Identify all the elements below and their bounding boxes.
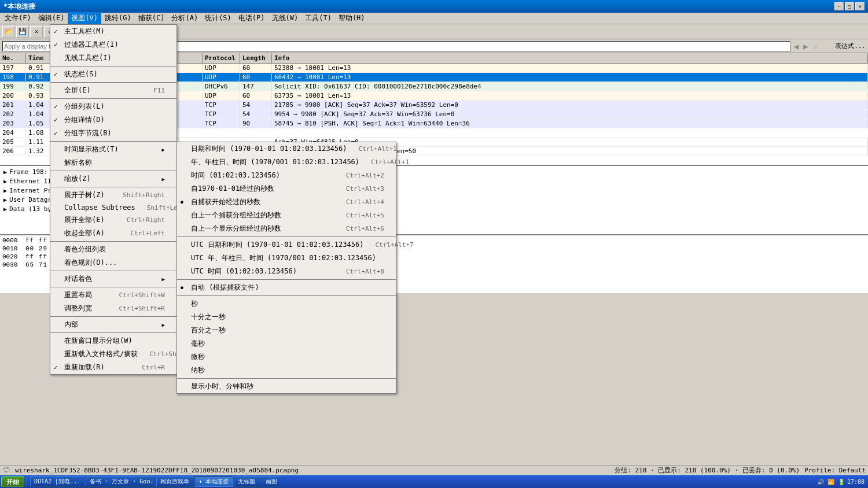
menu-sep (50, 316, 176, 317)
status-wireshark-icon: 🦈 (2, 467, 10, 474)
col-no[interactable]: No. (0, 53, 26, 63)
menu-sep (50, 271, 176, 271)
toolbar-save[interactable]: 💾 (16, 26, 29, 38)
time-format-submenu: 日期和时间 (1970-01-01 01:02:03.123456)Ctrl+A… (176, 142, 396, 394)
filter-bookmark[interactable]: ☆ (813, 42, 818, 51)
filter-arrow-right[interactable]: ▶ (803, 42, 808, 51)
time-utc-year-day[interactable]: UTC 年、年柱日、时间 (1970/001 01:02:03.123456) (177, 252, 396, 265)
menu-sep (50, 66, 176, 66)
time-since-prev-capture[interactable]: 自上一个捕获分组经过的秒数Ctrl+Alt+5 (177, 209, 396, 222)
detail-text-udp: User Datagr (9, 196, 52, 204)
col-length[interactable]: Length (240, 53, 272, 63)
view-show-in-new-window[interactable]: 在新窗口显示分组(W) (50, 334, 176, 347)
view-packet-list[interactable]: 分组列表(L) (50, 100, 176, 113)
taskbar-time: 17:08 (847, 479, 865, 485)
maximize-button[interactable]: □ (845, 2, 854, 10)
title-bar: *本地连接 ─ □ ✕ (0, 0, 868, 13)
toolbar-close[interactable]: ✕ (30, 26, 43, 38)
view-zoom[interactable]: 缩放(Z)▶ (50, 172, 176, 186)
minimize-button[interactable]: ─ (834, 2, 844, 10)
menu-sep (50, 187, 176, 187)
start-button[interactable]: 开始 (1, 476, 24, 487)
menu-phone[interactable]: 电话(P) (235, 12, 269, 24)
view-fullscreen[interactable]: 全屏(E)F11 (50, 84, 176, 97)
view-main-toolbar[interactable]: 主工具栏(M) (50, 25, 176, 38)
menu-tools[interactable]: 工具(T) (301, 12, 335, 24)
view-filter-toolbar[interactable]: 过滤器工具栏(I) (50, 38, 176, 51)
detail-text-ethernet: Ethernet II (9, 178, 52, 185)
toolbar-open[interactable]: 📂 (2, 26, 15, 38)
view-expand-subtree[interactable]: 展开子树(Z)Shift+Right (50, 188, 176, 202)
view-status-bar[interactable]: 状态栏(S) (50, 68, 176, 81)
menu-sep (50, 82, 176, 83)
time-show-hms[interactable]: 显示小时、分钟和秒 (177, 380, 396, 393)
taskbar-item-wireshark[interactable]: ✦ 本地连接 (194, 476, 233, 487)
time-since-prev-display[interactable]: 自上一个显示分组经过的秒数Ctrl+Alt+6 (177, 222, 396, 235)
detail-text-data: Data (13 by (9, 205, 52, 213)
time-time-only[interactable]: 时间 (01:02:03.123456)Ctrl+Alt+2 (177, 169, 396, 182)
menu-analyze[interactable]: 分析(A) (168, 12, 201, 24)
view-resolve-names[interactable]: 解析名称 (50, 156, 176, 169)
view-expand-all[interactable]: 展开全部(E)Ctrl+Right (50, 213, 176, 227)
menu-stats[interactable]: 统计(S) (201, 12, 235, 24)
menu-goto[interactable]: 跳转(G) (101, 12, 135, 24)
menu-view[interactable]: 视图(V) (68, 12, 101, 24)
view-reload-file-format[interactable]: 重新载入文件格式/摘获Ctrl+Shift+F (50, 347, 176, 361)
menu-wireless[interactable]: 无线(W) (269, 12, 302, 24)
view-collapse-all[interactable]: 收起全部(A)Ctrl+Left (50, 227, 176, 240)
time-seconds[interactable]: 秒 (177, 297, 396, 310)
time-centiseconds[interactable]: 百分之一秒 (177, 324, 396, 337)
expand-arrow-udp: ▶ (3, 197, 7, 203)
time-since-capture[interactable]: 自捕获开始经过的秒数Ctrl+Alt+4 (177, 195, 396, 209)
menu-bar: 文件(F) 编辑(E) 视图(V) 跳转(G) 捕获(C) 分析(A) 统计(S… (0, 13, 868, 24)
status-stats: 分组: 218 · 已显示: 218 (100.0%) · 已丢弃: 0 (0.… (615, 466, 800, 475)
view-resize-columns[interactable]: 调整列宽Ctrl+Shift+R (50, 302, 176, 315)
status-file: wireshark_1CDF352-8BD3-43F1-9EAB-1219022… (15, 467, 610, 474)
view-internals[interactable]: 内部▶ (50, 318, 176, 331)
time-year-day[interactable]: 年、年柱日、时间 (1970/001 01:02:03.123456)Ctrl+… (177, 156, 396, 169)
close-button[interactable]: ✕ (855, 2, 865, 10)
window-controls: ─ □ ✕ (834, 2, 865, 10)
view-packet-bytes[interactable]: 分组字节流(B) (50, 127, 176, 140)
time-utc-date-time[interactable]: UTC 日期和时间 (1970-01-01 01:02:03.123456)Ct… (177, 238, 396, 252)
status-bar: 🦈 wireshark_1CDF352-8BD3-43F1-9EAB-12190… (0, 465, 868, 475)
window-title: *本地连接 (3, 2, 35, 12)
expand-arrow-data: ▶ (3, 206, 7, 212)
time-date-time[interactable]: 日期和时间 (1970-01-01 01:02:03.123456)Ctrl+A… (177, 142, 396, 156)
view-packet-detail[interactable]: 分组详情(D) (50, 113, 176, 127)
menu-sep (50, 241, 176, 242)
menu-sep (50, 171, 176, 171)
menu-sep (50, 287, 176, 287)
view-color-rules[interactable]: 着色规则(O)... (50, 256, 176, 269)
view-time-format[interactable]: 时间显示格式(T)▶ 日期和时间 (1970-01-01 01:02:03.12… (50, 143, 176, 156)
time-milliseconds[interactable]: 毫秒 (177, 337, 396, 350)
status-profile: Profile: Default (804, 467, 866, 474)
time-deciseconds[interactable]: 十分之一秒 (177, 310, 396, 324)
menu-sep (177, 295, 396, 296)
menu-file[interactable]: 文件(F) (1, 12, 35, 24)
taskbar-item-word[interactable]: 备书 · 万文章 · Goo... (86, 476, 155, 487)
view-reload[interactable]: 重新加载(R)Ctrl+R (50, 361, 176, 374)
expand-arrow-ip: ▶ (3, 187, 7, 194)
menu-capture[interactable]: 捕获(C) (135, 12, 168, 24)
time-auto[interactable]: 自动 (根据捕获文件) (177, 281, 396, 294)
view-color-packet-list[interactable]: 着色分组列表 (50, 243, 176, 256)
time-microseconds[interactable]: 微秒 (177, 350, 396, 364)
display-format-label: 表达式... (835, 42, 866, 50)
view-wireless-toolbar[interactable]: 无线工具栏(I) (50, 51, 176, 65)
menu-edit[interactable]: 编辑(E) (35, 12, 68, 24)
view-menu-dropdown: 主工具栏(M) 过滤器工具栏(I) 无线工具栏(I) 状态栏(S) 全屏(E)F… (50, 24, 177, 375)
col-protocol[interactable]: Protocol (203, 53, 240, 63)
time-epoch-sec[interactable]: 自1970-01-01经过的秒数Ctrl+Alt+3 (177, 182, 396, 195)
time-nanoseconds[interactable]: 纳秒 (177, 364, 396, 377)
view-collapse-subtrees[interactable]: Collapse SubtreesShift+Left (50, 202, 176, 213)
col-info[interactable]: Info (272, 53, 868, 63)
time-utc-time[interactable]: UTC 时间 (01:02:03.123456)Ctrl+Alt+8 (177, 265, 396, 278)
filter-arrow-left[interactable]: ◀ (794, 42, 799, 51)
taskbar-item-dota2[interactable]: DOTA2 [我电... (30, 476, 84, 487)
view-reset-layout[interactable]: 重置布局Ctrl+Shift+W (50, 289, 176, 302)
view-conversation-color[interactable]: 对话着色▶ (50, 272, 176, 286)
taskbar-item-browser[interactable]: 网页游戏单 (156, 476, 193, 487)
taskbar-item-paint[interactable]: 无标题 - 画图 (234, 476, 281, 487)
menu-help[interactable]: 帮助(H) (335, 12, 369, 24)
